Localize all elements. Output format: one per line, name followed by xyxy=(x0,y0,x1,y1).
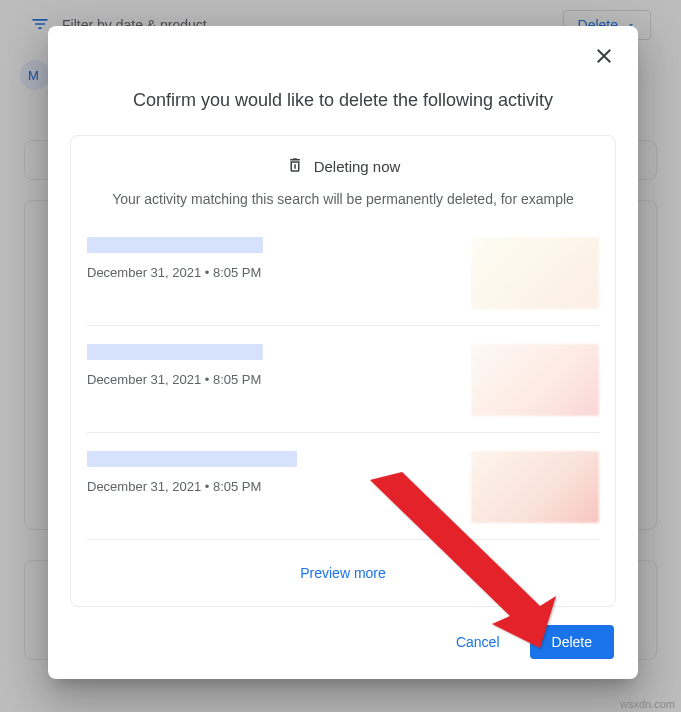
dialog-title: Confirm you would like to delete the fol… xyxy=(48,34,638,135)
activity-item: December 31, 2021 • 8:05 PM xyxy=(87,445,599,540)
deleting-now-label: Deleting now xyxy=(314,158,401,175)
confirm-delete-dialog: Confirm you would like to delete the fol… xyxy=(48,26,638,679)
activity-timestamp: December 31, 2021 • 8:05 PM xyxy=(87,265,263,280)
deleting-now-row: Deleting now xyxy=(87,156,599,177)
trash-icon xyxy=(286,156,304,177)
activity-preview-card: Deleting now Your activity matching this… xyxy=(70,135,616,607)
redacted-title xyxy=(87,344,263,360)
delete-button[interactable]: Delete xyxy=(530,625,614,659)
cancel-button[interactable]: Cancel xyxy=(434,625,522,659)
activity-item: December 31, 2021 • 8:05 PM xyxy=(87,231,599,326)
dialog-actions: Cancel Delete xyxy=(48,607,638,663)
activity-thumbnail xyxy=(471,344,599,416)
activity-timestamp: December 31, 2021 • 8:05 PM xyxy=(87,479,297,494)
deleting-subtext: Your activity matching this search will … xyxy=(87,177,599,231)
preview-more-row: Preview more xyxy=(87,552,599,598)
watermark: wsxdn.com xyxy=(620,698,675,710)
activity-thumbnail xyxy=(471,451,599,523)
activity-item: December 31, 2021 • 8:05 PM xyxy=(87,338,599,433)
activity-thumbnail xyxy=(471,237,599,309)
redacted-title xyxy=(87,237,263,253)
activity-timestamp: December 31, 2021 • 8:05 PM xyxy=(87,372,263,387)
preview-more-link[interactable]: Preview more xyxy=(300,565,386,581)
close-button[interactable] xyxy=(592,44,616,68)
redacted-title xyxy=(87,451,297,467)
